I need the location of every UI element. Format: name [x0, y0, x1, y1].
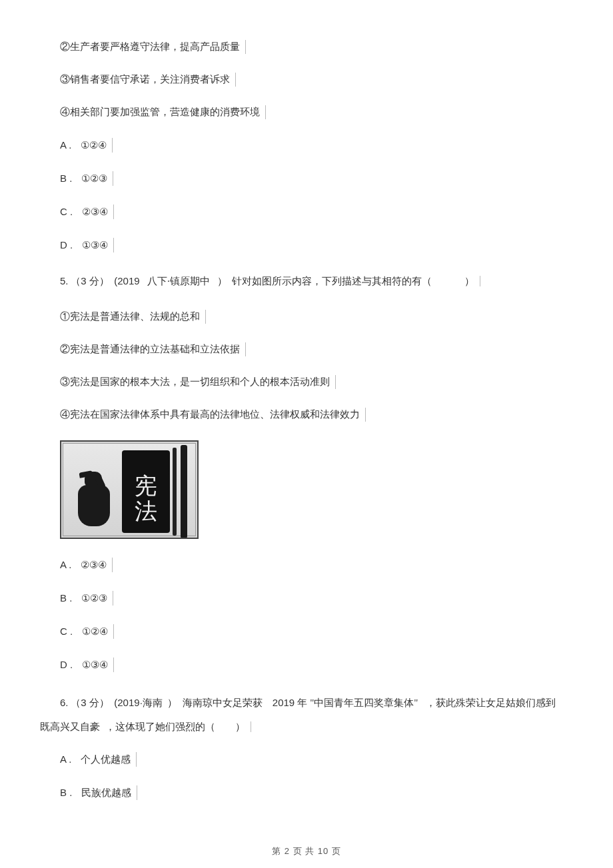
- q5-figure: 宪 法: [60, 440, 573, 539]
- q5-option-b[interactable]: B . ①②③: [60, 591, 573, 606]
- q5-stem: 5. （3 分） (2019 八下·镇原期中 ） 针对如图所示内容，下列描述与其…: [60, 271, 573, 291]
- q6-option-a[interactable]: A . 个人优越感: [60, 752, 573, 767]
- person-saluting-icon: [75, 472, 113, 528]
- q5-statement-1: ①宪法是普通法律、法规的总和: [60, 310, 573, 324]
- q5-statement-2: ②宪法是普通法律的立法基础和立法依据: [60, 342, 573, 356]
- q4-option-d[interactable]: D . ①③④: [60, 238, 573, 252]
- q4-statement-3: ③销售者要信守承诺，关注消费者诉求: [60, 73, 573, 87]
- q4-option-b[interactable]: B . ①②③: [60, 171, 573, 186]
- q5-option-c[interactable]: C . ①②④: [60, 624, 573, 639]
- q5-statement-4: ④宪法在国家法律体系中具有最高的法律地位、法律权威和法律效力: [60, 408, 573, 422]
- q4-statement-4: ④相关部门要加强监管，营造健康的消费环境: [60, 105, 573, 119]
- q5-option-d[interactable]: D . ①③④: [60, 657, 573, 672]
- q4-option-a[interactable]: A . ①②④: [60, 138, 573, 153]
- constitution-scroll-icon: 宪 法: [122, 450, 170, 533]
- page-footer: 第 2 页 共 10 页: [0, 845, 613, 857]
- q4-option-c[interactable]: C . ②③④: [60, 205, 573, 219]
- q5-option-a[interactable]: A . ②③④: [60, 558, 573, 572]
- q5-statement-3: ③宪法是国家的根本大法，是一切组织和个人的根本活动准则: [60, 375, 573, 389]
- q6-option-b[interactable]: B . 民族优越感: [60, 785, 573, 800]
- q5-figure-frame: 宪 法: [60, 440, 199, 539]
- q4-statement-2: ②生产者要严格遵守法律，提高产品质量: [60, 40, 573, 54]
- q6-stem: 6. （3 分） (2019·海南 ） 海南琼中女足荣获 2019 年 "中国青…: [60, 691, 573, 739]
